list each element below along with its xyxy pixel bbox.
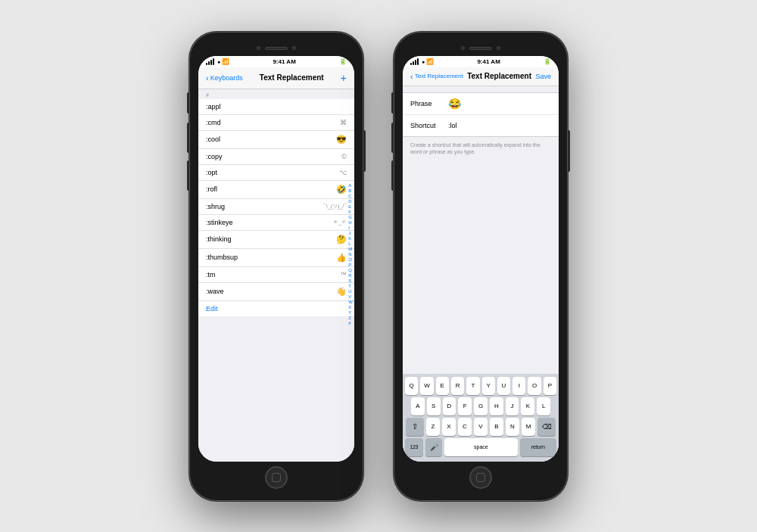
keyboard: Q W E R T Y U I O P A S	[403, 374, 559, 462]
list-item[interactable]: :appl	[198, 99, 354, 115]
left-nav-bar: ‹ Keyboards Text Replacement +	[198, 67, 354, 89]
item-value: 👋	[336, 287, 347, 297]
item-value: ™	[340, 271, 347, 278]
keyboard-row-3: ⇧ Z X C V B N M ⌫	[405, 418, 556, 436]
key-e[interactable]: E	[436, 377, 449, 395]
mic-key[interactable]: 🎤	[425, 438, 442, 456]
key-g[interactable]: G	[474, 397, 488, 415]
key-c[interactable]: C	[458, 418, 472, 436]
key-p[interactable]: P	[544, 377, 556, 395]
list-item[interactable]: :stinkeye ಠ_ಠ	[198, 215, 354, 231]
item-value: ⌥	[339, 169, 347, 176]
right-phone: ● 📶 9:41 AM 🔋 ‹ Text Replacement Text Re…	[394, 32, 568, 501]
key-v[interactable]: V	[474, 418, 488, 436]
list-item[interactable]: :rofl 🤣	[198, 181, 354, 199]
space-key[interactable]: space	[444, 438, 518, 456]
key-n[interactable]: N	[506, 418, 519, 436]
delete-key[interactable]: ⌫	[537, 418, 556, 436]
numbers-key[interactable]: 123	[405, 438, 423, 456]
item-key: :shrug	[206, 203, 225, 210]
home-button-right[interactable]	[469, 466, 492, 489]
right-back-button[interactable]: ‹ Text Replacement	[410, 72, 463, 81]
item-key: :opt	[206, 169, 217, 176]
key-o[interactable]: O	[528, 377, 540, 395]
key-t[interactable]: T	[466, 377, 479, 395]
return-key[interactable]: return	[520, 438, 556, 456]
key-q[interactable]: Q	[405, 377, 418, 395]
item-value: 👍	[336, 253, 347, 263]
right-status-right: 🔋	[544, 58, 551, 65]
item-value: 🤔	[336, 235, 347, 244]
list-item[interactable]: :thinking 🤔	[198, 231, 354, 249]
home-button[interactable]	[265, 466, 288, 489]
list-item[interactable]: :wave 👋	[198, 283, 354, 301]
item-key: :stinkeye	[206, 219, 233, 226]
item-key: :cool	[206, 135, 220, 143]
signal-bar-1	[206, 63, 207, 65]
left-time: 9:41 AM	[273, 58, 295, 65]
key-k[interactable]: K	[521, 397, 534, 415]
key-i[interactable]: I	[512, 377, 525, 395]
camera-dot	[257, 46, 260, 50]
key-m[interactable]: M	[522, 418, 535, 436]
list-item[interactable]: :thumbsup 👍	[198, 249, 354, 267]
key-l[interactable]: L	[537, 397, 550, 415]
list-item[interactable]: :cmd ⌘	[198, 115, 354, 131]
back-arrow-icon: ‹	[206, 73, 209, 82]
phrase-label: Phrase	[410, 100, 448, 107]
power-button	[363, 130, 366, 172]
key-j[interactable]: J	[506, 397, 519, 415]
left-list-content: # :appl :cmd ⌘ :cool 😎 :copy	[198, 89, 354, 462]
left-back-button[interactable]: ‹ Keyboards	[206, 73, 243, 82]
signal-bar-4	[213, 58, 214, 65]
sensor-dot	[292, 46, 296, 50]
list-item[interactable]: :copy ©	[198, 149, 354, 165]
right-battery-icon: 🔋	[544, 58, 551, 65]
left-nav-title: Text Replacement	[260, 73, 324, 82]
list-item[interactable]: :opt ⌥	[198, 165, 354, 181]
item-value: ¯\_(ツ)_/¯	[323, 203, 347, 210]
home-button-area	[198, 462, 354, 492]
key-d[interactable]: D	[443, 397, 456, 415]
key-b[interactable]: B	[490, 418, 503, 436]
home-button-inner	[272, 473, 281, 482]
speaker-slot-right	[469, 47, 492, 50]
section-header: #	[198, 89, 354, 99]
item-key: :copy	[206, 153, 223, 160]
battery-icon: 🔋	[339, 58, 347, 65]
key-z[interactable]: Z	[426, 418, 440, 436]
list-item[interactable]: :shrug ¯\_(ツ)_/¯	[198, 199, 354, 215]
shift-key[interactable]: ⇧	[406, 418, 424, 436]
key-a[interactable]: A	[411, 397, 425, 415]
key-w[interactable]: W	[420, 377, 433, 395]
key-f[interactable]: F	[458, 397, 472, 415]
right-screen: ● 📶 9:41 AM 🔋 ‹ Text Replacement Text Re…	[403, 56, 559, 462]
list-item[interactable]: :cool 😎	[198, 131, 354, 149]
left-nav-add-button[interactable]: +	[341, 72, 347, 84]
key-r[interactable]: R	[451, 377, 464, 395]
key-y[interactable]: Y	[482, 377, 495, 395]
left-back-label: Keyboards	[210, 74, 243, 82]
scene: ● 📶 9:41 AM 🔋 ‹ Keyboards Text Replaceme…	[189, 32, 568, 501]
phrase-value: 😂	[448, 98, 551, 110]
phrase-row[interactable]: Phrase 😂	[403, 93, 559, 115]
speaker-slot	[265, 47, 288, 50]
volume-down-button	[187, 160, 189, 191]
right-save-button[interactable]: Save	[535, 73, 551, 80]
key-h[interactable]: H	[490, 397, 503, 415]
list-item[interactable]: :tm ™	[198, 267, 354, 283]
mute-button-right	[391, 92, 394, 114]
edit-button[interactable]: Edit	[198, 301, 354, 316]
shortcut-row[interactable]: Shortcut :lol	[403, 115, 559, 136]
right-back-label: Text Replacement	[415, 73, 463, 79]
key-u[interactable]: U	[497, 377, 510, 395]
volume-up-button-right	[391, 123, 394, 153]
camera-dot-right	[461, 46, 465, 50]
key-s[interactable]: S	[427, 397, 441, 415]
right-carrier-label: ●	[422, 59, 425, 64]
key-x[interactable]: X	[442, 418, 456, 436]
keyboard-row-1: Q W E R T Y U I O P	[405, 377, 556, 395]
item-value: ⌘	[340, 119, 347, 126]
item-value: 🤣	[336, 185, 347, 194]
left-phone: ● 📶 9:41 AM 🔋 ‹ Keyboards Text Replaceme…	[189, 32, 363, 501]
